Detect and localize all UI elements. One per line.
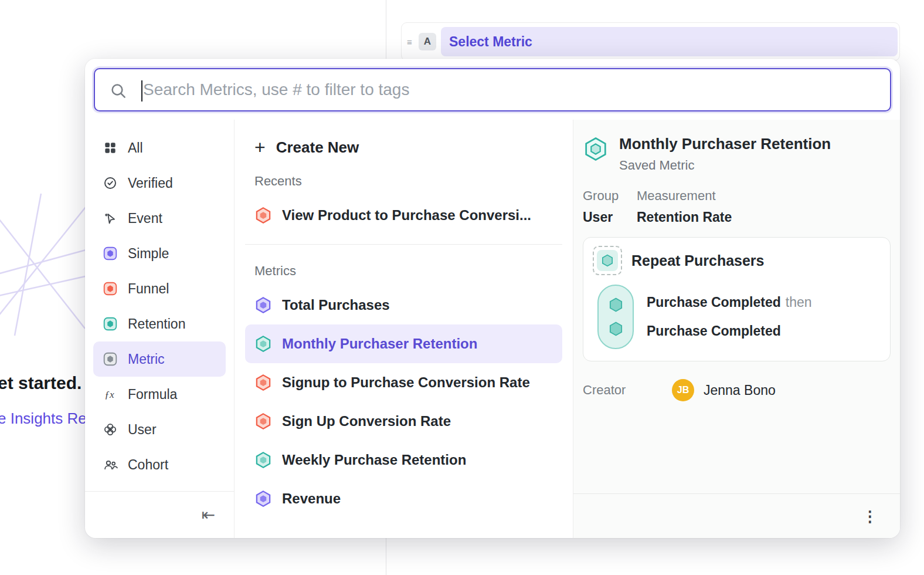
kebab-menu-icon[interactable]: ⋮ [862, 509, 878, 524]
metric-list-item[interactable]: Total Purchases [245, 286, 562, 324]
funnel-metric-icon [254, 412, 272, 430]
sidebar-item-user[interactable]: User [93, 412, 226, 447]
metric-list-item[interactable]: Signup to Purchase Conversion Rate [245, 363, 562, 402]
preview-footer: ⋮ [573, 493, 900, 538]
definition-header: Repeat Purchasers [593, 246, 881, 275]
metric-list-column: + Create New Recents View Product to Pur… [235, 120, 573, 538]
sidebar-item-label: Verified [128, 175, 173, 191]
metrics-heading: Metrics [245, 254, 562, 286]
preview-header: Monthly Purchaser Retention Saved Metric [583, 135, 891, 173]
behavior-icon [593, 246, 622, 275]
funnel-metric-icon [254, 207, 272, 224]
sidebar-item-label: User [128, 422, 157, 438]
sidebar-item-label: Simple [128, 246, 169, 262]
background-heading-fragment: et started. [0, 373, 81, 393]
metric-label: Sign Up Conversion Rate [282, 413, 451, 429]
group-value: User [583, 209, 637, 225]
search-box [94, 68, 891, 111]
metric-list-item[interactable]: Sign Up Conversion Rate [245, 402, 562, 441]
metric-picker-modal: All Verified [85, 59, 900, 538]
creator-label: Creator [583, 383, 672, 398]
collapse-panel-icon[interactable]: ⇤ [202, 507, 215, 523]
grid-icon [103, 140, 118, 155]
sidebar-item-all[interactable]: All [93, 130, 226, 165]
svg-text:ƒx: ƒx [104, 389, 114, 400]
search-input[interactable] [95, 69, 890, 110]
formula-icon: ƒx [103, 387, 118, 402]
sidebar-item-label: Cohort [128, 457, 168, 473]
metric-label: Revenue [282, 491, 341, 507]
sidebar-item-label: Funnel [128, 281, 169, 297]
preview-title: Monthly Purchaser Retention [619, 135, 831, 153]
search-icon [109, 82, 128, 103]
metric-list-item[interactable]: Weekly Purchase Retention [245, 441, 562, 479]
avatar: JB [672, 379, 694, 401]
create-new-button[interactable]: + Create New [245, 130, 562, 164]
drag-handle-icon[interactable]: ≡ [405, 38, 414, 46]
sidebar-item-cohort[interactable]: Cohort [93, 447, 226, 482]
preview-meta: Group User Measurement Retention Rate [583, 188, 891, 225]
sidebar-item-retention[interactable]: Retention [93, 306, 226, 341]
measurement-value: Retention Rate [637, 209, 732, 225]
list-divider [245, 244, 562, 245]
step-hexagon-icon [608, 321, 624, 337]
retention-metric-icon [254, 451, 272, 469]
metric-preview-panel: Monthly Purchaser Retention Saved Metric… [573, 120, 900, 538]
definition-steps: Purchase Completed then Purchase Complet… [597, 285, 881, 349]
funnel-metric-icon [254, 374, 272, 391]
recents-heading: Recents [245, 164, 562, 196]
step1-suffix: then [786, 295, 812, 310]
recent-item[interactable]: View Product to Purchase Conversi... [245, 196, 562, 235]
verified-badge-icon [103, 175, 118, 191]
recent-item-label: View Product to Purchase Conversi... [282, 207, 531, 224]
step2-event: Purchase Completed [647, 323, 781, 339]
search-section [85, 59, 900, 120]
text-caret [141, 80, 142, 102]
sidebar-item-label: All [128, 140, 143, 156]
query-row-letter-badge: A [419, 33, 436, 50]
measurement-label: Measurement [637, 188, 732, 204]
simple-metric-icon [254, 296, 272, 314]
sidebar-item-label: Formula [128, 387, 177, 402]
select-metric-label: Select Metric [449, 34, 532, 50]
metric-list-item-selected[interactable]: Monthly Purchaser Retention [245, 324, 562, 363]
user-flower-icon [103, 422, 118, 437]
metric-label: Signup to Purchase Conversion Rate [282, 374, 530, 391]
metric-hexagon-icon [103, 351, 118, 367]
creator-row: Creator JB Jenna Bono [583, 379, 891, 401]
modal-body: All Verified [85, 120, 900, 538]
create-new-label: Create New [276, 138, 359, 157]
filter-list: All Verified [85, 120, 234, 491]
sidebar-item-formula[interactable]: ƒx Formula [93, 377, 226, 412]
sidebar-item-label: Metric [128, 351, 165, 367]
steps-pill [597, 285, 634, 349]
funnel-metric-icon [103, 281, 118, 296]
preview-subtitle: Saved Metric [619, 158, 831, 173]
step1-event: Purchase Completed [647, 295, 781, 310]
simple-metric-icon [254, 490, 272, 508]
event-cursor-icon [103, 211, 118, 226]
background-insights-link-fragment[interactable]: e Insights Re [0, 410, 87, 428]
step-hexagon-icon [608, 297, 624, 313]
retention-metric-icon [583, 136, 609, 162]
metric-definition-card: Repeat Purchasers Purchase Completed the… [583, 237, 891, 361]
metric-label: Monthly Purchaser Retention [282, 336, 477, 352]
sidebar-item-label: Retention [128, 316, 185, 332]
select-metric-field[interactable]: Select Metric [441, 27, 898, 56]
sidebar-item-funnel[interactable]: Funnel [93, 271, 226, 306]
sidebar-item-event[interactable]: Event [93, 201, 226, 236]
preview-content: Monthly Purchaser Retention Saved Metric… [573, 120, 900, 493]
filter-sidebar: All Verified [85, 120, 235, 538]
metric-label: Weekly Purchase Retention [282, 452, 466, 468]
plus-icon: + [254, 138, 266, 157]
sidebar-item-simple[interactable]: Simple [93, 236, 226, 271]
definition-title: Repeat Purchasers [631, 252, 765, 269]
sidebar-item-metric[interactable]: Metric [93, 341, 226, 377]
cohort-people-icon [103, 457, 118, 472]
sidebar-item-verified[interactable]: Verified [93, 165, 226, 201]
sidebar-item-label: Event [128, 211, 162, 226]
retention-metric-icon [103, 316, 118, 332]
metric-label: Total Purchases [282, 297, 390, 313]
metric-list-item[interactable]: Revenue [245, 479, 562, 518]
simple-metric-icon [103, 246, 118, 261]
